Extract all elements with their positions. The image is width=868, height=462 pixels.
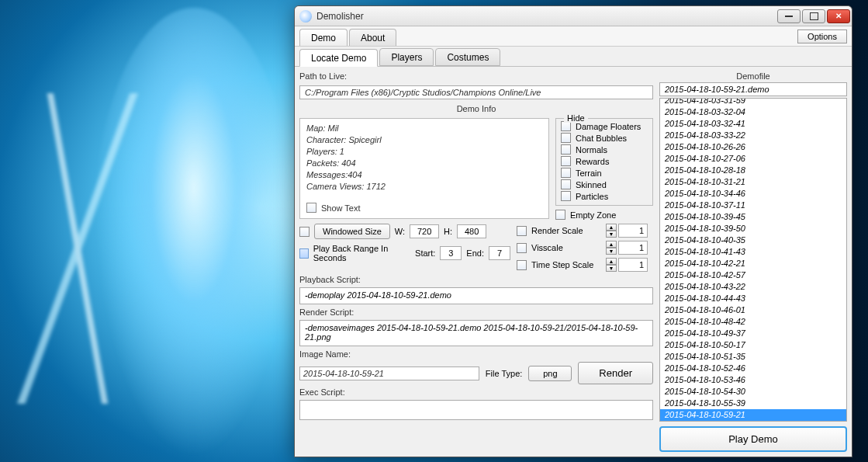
playback-range-label: Play Back Range In Seconds — [313, 244, 410, 262]
show-text-checkbox[interactable] — [306, 203, 316, 213]
empty-zone-checkbox[interactable] — [555, 210, 565, 220]
demofile-item[interactable]: 2015-04-18-10-53-46 — [660, 374, 846, 386]
windowed-size-checkbox[interactable] — [299, 227, 310, 237]
timestep-checkbox[interactable] — [517, 260, 527, 270]
left-pane: Path to Live: C:/Program Files (x86)/Cry… — [295, 67, 658, 457]
hide-checkbox[interactable] — [561, 179, 571, 189]
tab-demo[interactable]: Demo — [299, 29, 348, 46]
playback-script-box[interactable]: -demoplay 2015-04-18-10-59-21.demo — [299, 287, 653, 304]
render-scale-checkbox[interactable] — [517, 226, 527, 236]
hide-label: Rewards — [576, 157, 609, 166]
end-input[interactable] — [489, 246, 510, 260]
demofile-item[interactable]: 2015-04-18-10-55-39 — [660, 398, 846, 409]
hide-label: Chat Bubbles — [576, 134, 627, 143]
demofile-item[interactable]: 2015-04-18-10-49-37 — [660, 328, 846, 339]
demofile-item[interactable]: 2015-04-18-10-46-01 — [660, 304, 846, 316]
render-scale-spinner[interactable]: ▲▼ — [606, 224, 648, 238]
demofile-item[interactable]: 2015-04-18-10-31-21 — [660, 176, 846, 188]
demofile-item[interactable]: 2015-04-18-10-28-18 — [660, 165, 846, 176]
demofile-item[interactable]: 2015-04-18-10-42-21 — [660, 258, 846, 269]
playback-script-label: Playback Script: — [299, 275, 653, 284]
info-camera-views: Camera Views: 1712 — [306, 182, 542, 191]
render-scale-value[interactable] — [618, 224, 648, 238]
image-name-label: Image Name: — [299, 349, 653, 359]
demofile-item[interactable]: 2015-04-18-10-41-43 — [660, 246, 846, 258]
maximize-button[interactable] — [802, 9, 825, 23]
demofile-item[interactable]: 2015-04-18-03-32-04 — [660, 106, 846, 118]
render-script-label: Render Script: — [299, 307, 653, 317]
file-type-label: File Type: — [486, 369, 523, 378]
demofile-item[interactable]: 2015-04-18-10-26-26 — [660, 141, 846, 153]
demofile-item[interactable]: 2015-04-18-10-39-45 — [660, 211, 846, 223]
demofile-item[interactable]: 2015-04-18-03-33-22 — [660, 130, 846, 141]
path-input[interactable]: C:/Program Files (x86)/Cryptic Studios/C… — [299, 85, 653, 99]
demofile-item[interactable]: 2015-04-18-10-43-22 — [660, 281, 846, 293]
sub-tab-bar: Locate Demo Players Costumes — [295, 47, 852, 67]
demofile-item[interactable]: 2015-04-18-10-59-21 — [660, 409, 846, 421]
hide-group: Hide Damage FloatersChat BubblesNormalsR… — [555, 118, 653, 206]
demo-info-box: Map: Mil Character: Spicegirl Players: 1… — [299, 118, 549, 219]
start-label: Start: — [415, 248, 435, 258]
render-scale-label: Render Scale — [531, 226, 601, 235]
info-messages: Messages:404 — [306, 170, 542, 179]
start-input[interactable] — [440, 246, 462, 260]
demofile-item[interactable]: 2015-04-18-10-50-17 — [660, 339, 846, 351]
demofile-item[interactable]: 2015-04-18-10-27-06 — [660, 153, 846, 165]
hide-item: Rewards — [561, 155, 648, 167]
image-name-input[interactable] — [299, 366, 479, 380]
subtab-costumes[interactable]: Costumes — [435, 48, 500, 66]
window-title: Demolisher — [316, 11, 364, 22]
width-input[interactable] — [410, 224, 439, 238]
render-script-box[interactable]: -demosaveimages 2015-04-18-10-59-21.demo… — [299, 320, 653, 346]
minimize-button[interactable] — [777, 9, 801, 23]
play-demo-button[interactable]: Play Demo — [659, 426, 847, 452]
subtab-players[interactable]: Players — [379, 48, 434, 66]
hide-item: Chat Bubbles — [561, 132, 648, 144]
visscale-value[interactable] — [618, 241, 648, 255]
options-button[interactable]: Options — [797, 30, 847, 43]
titlebar: Demolisher — [295, 6, 852, 26]
info-packets: Packets: 404 — [306, 158, 542, 168]
hide-checkbox[interactable] — [561, 133, 571, 143]
timestep-value[interactable] — [618, 258, 648, 272]
demofile-item[interactable]: 2015-04-18-10-39-50 — [660, 223, 846, 234]
end-label: End: — [466, 248, 484, 258]
file-type-select[interactable]: png — [528, 366, 572, 381]
height-input[interactable] — [457, 224, 486, 238]
demofile-list[interactable]: 2015-04-18-03-31-592015-04-18-03-32-0420… — [659, 98, 847, 422]
demofile-item[interactable]: 2015-04-18-10-40-35 — [660, 234, 846, 246]
demofile-item[interactable]: 2015-04-18-10-54-30 — [660, 386, 846, 398]
playback-range-checkbox[interactable] — [299, 248, 309, 259]
demofile-item[interactable]: 2015-04-18-10-48-42 — [660, 316, 846, 328]
demofile-item[interactable]: 2015-04-18-10-52-46 — [660, 363, 846, 374]
app-icon — [299, 10, 312, 23]
tab-about[interactable]: About — [349, 29, 396, 46]
demofile-item[interactable]: 2015-04-18-03-32-41 — [660, 118, 846, 130]
hide-checkbox[interactable] — [561, 156, 571, 166]
demofile-item[interactable]: 2015-04-18-10-44-43 — [660, 293, 846, 304]
hide-checkbox[interactable] — [561, 191, 571, 201]
demofile-item[interactable]: 2015-04-18-10-37-11 — [660, 200, 846, 211]
windowed-size-button[interactable]: Windowed Size — [314, 224, 390, 239]
hide-label: Skinned — [576, 180, 607, 189]
hide-item: Normals — [561, 144, 648, 155]
hide-checkbox[interactable] — [561, 168, 571, 178]
render-button[interactable]: Render — [578, 362, 653, 384]
timestep-spinner[interactable]: ▲▼ — [606, 258, 648, 272]
close-button[interactable] — [827, 9, 850, 23]
path-label: Path to Live: — [299, 70, 653, 82]
demofile-item[interactable]: 2015-04-18-03-31-59 — [660, 98, 846, 106]
subtab-locate-demo[interactable]: Locate Demo — [299, 49, 378, 67]
visscale-checkbox[interactable] — [517, 243, 527, 253]
info-map: Map: Mil — [306, 123, 542, 133]
visscale-spinner[interactable]: ▲▼ — [606, 241, 648, 255]
exec-script-label: Exec Script: — [299, 387, 653, 397]
hide-item: Terrain — [561, 167, 648, 179]
demofile-current[interactable]: 2015-04-18-10-59-21.demo — [659, 82, 847, 96]
app-window: Demolisher Demo About Options Locate Dem… — [294, 5, 852, 457]
demofile-item[interactable]: 2015-04-18-10-51-35 — [660, 351, 846, 363]
exec-script-box[interactable] — [299, 400, 653, 420]
demofile-item[interactable]: 2015-04-18-10-42-57 — [660, 269, 846, 281]
demofile-item[interactable]: 2015-04-18-10-34-46 — [660, 188, 846, 200]
hide-checkbox[interactable] — [561, 144, 571, 155]
